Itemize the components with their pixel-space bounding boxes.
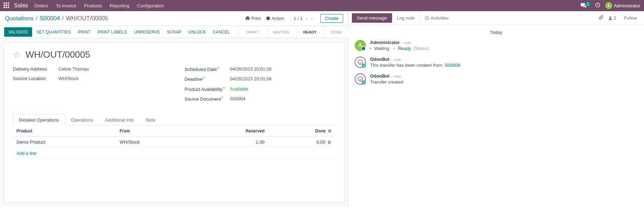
nav-to-invoice[interactable]: To Invoice — [56, 3, 77, 8]
message-count-badge: 1 — [586, 2, 591, 6]
tab-note[interactable]: Note — [140, 114, 161, 126]
msg-author[interactable]: Administrator — [370, 40, 400, 45]
table-row[interactable]: Demo Product WH/Stock 1.00 0.00🗑 — [13, 137, 335, 148]
source-location-label: Source Location — [13, 76, 58, 81]
delivery-address-label: Delivery Address — [13, 66, 58, 72]
print-labels-button[interactable]: PRINT LABELS — [94, 27, 130, 37]
chatter-panel: Send message Log note Activities 2 Follo… — [348, 11, 644, 206]
cell-reserved[interactable]: 1.00 — [194, 137, 268, 148]
cancel-button[interactable]: CANCEL — [209, 27, 233, 37]
avatar[interactable]: A — [355, 40, 366, 51]
nav-menu: Orders To Invoice Products Reporting Con… — [34, 3, 164, 8]
favorite-star-icon[interactable]: ☆ — [13, 50, 21, 60]
nav-products[interactable]: Products — [84, 3, 102, 8]
tab-detailed-operations[interactable]: Detailed Operations — [13, 114, 65, 126]
chatter-date-separator: Today — [355, 30, 638, 35]
validate-button[interactable]: VALIDATE — [4, 27, 32, 37]
attachment-icon[interactable] — [599, 15, 604, 21]
set-quantities-button[interactable]: SET QUANTITIES — [33, 27, 74, 37]
status-steps: DRAFT WAITING READY DONE — [238, 26, 348, 38]
help-icon[interactable]: ? — [217, 66, 219, 70]
breadcrumb-order[interactable]: S00004 — [39, 15, 60, 22]
msg-author[interactable]: OdooBot — [370, 73, 390, 79]
breadcrumb-current: WH/OUT/00005 — [66, 15, 108, 22]
activities-button[interactable]: Activities — [419, 13, 453, 23]
arrow-right-icon: → — [391, 46, 396, 51]
print-form-button[interactable]: PRINT — [74, 27, 94, 37]
cell-done[interactable]: 0.00🗑 — [268, 137, 335, 148]
form-sheet: ☆ WH/OUT/00005 Delivery Address Celine T… — [3, 42, 345, 203]
tracking-value: Waiting → Ready (Status) — [370, 46, 638, 51]
breadcrumb-quotations[interactable]: Quotations — [5, 15, 34, 22]
col-reserved[interactable]: Reserved — [194, 126, 268, 137]
step-done[interactable]: DONE — [323, 26, 348, 38]
tab-additional-info[interactable]: Additional Info — [99, 114, 140, 126]
user-menu[interactable]: A Administrator — [605, 2, 641, 9]
followers-button[interactable]: 2 — [608, 15, 616, 21]
pager-value[interactable]: 1 / 1 — [294, 16, 302, 21]
follow-button[interactable]: Follow — [620, 14, 641, 22]
step-ready[interactable]: READY — [296, 26, 323, 38]
cell-product[interactable]: Demo Product — [13, 137, 116, 148]
svg-point-3 — [358, 77, 363, 81]
msg-body: This transfer has been created from: S00… — [370, 63, 638, 68]
delete-row-icon[interactable]: 🗑 — [327, 140, 332, 145]
operations-table: Product From Reserved Done⚙ Demo Product… — [13, 126, 335, 159]
messages-icon[interactable]: 1 — [581, 3, 591, 8]
user-avatar: A — [605, 2, 612, 9]
unreserve-button[interactable]: UNRESERVE — [130, 27, 163, 37]
log-note-button[interactable]: Log note — [392, 13, 420, 23]
avatar[interactable]: ♥ — [355, 57, 366, 68]
user-name: Administrator — [614, 3, 641, 8]
deadline-value[interactable]: 04/26/2023 20:01:06 — [230, 76, 272, 82]
help-icon[interactable]: ? — [221, 96, 223, 100]
step-waiting[interactable]: WAITING — [265, 26, 296, 38]
help-icon[interactable]: ? — [203, 76, 204, 80]
source-doc-value[interactable]: S00004 — [230, 96, 246, 102]
step-draft[interactable]: DRAFT — [238, 26, 265, 38]
nav-configuration[interactable]: Configuration — [137, 3, 164, 8]
scrap-button[interactable]: SCRAP — [164, 27, 185, 37]
add-line-link[interactable]: Add a line — [16, 151, 37, 156]
status-bar: VALIDATE SET QUANTITIES PRINT PRINT LABE… — [0, 26, 348, 38]
pager-prev-icon[interactable]: ‹ — [306, 16, 308, 21]
help-icon[interactable]: ? — [223, 86, 225, 90]
pager-next-icon[interactable]: › — [311, 16, 313, 21]
breadcrumb: Quotations / S00004 / WH/OUT/00005 — [5, 15, 108, 22]
source-link[interactable]: S00004 — [444, 63, 460, 68]
create-button[interactable]: Create — [320, 14, 343, 23]
tab-operations[interactable]: Operations — [65, 114, 99, 126]
msg-author[interactable]: OdooBot — [370, 57, 390, 62]
chatter-topbar: Send message Log note Activities 2 Follo… — [348, 11, 644, 25]
column-settings-icon[interactable]: ⚙ — [328, 129, 332, 133]
nav-reporting[interactable]: Reporting — [110, 3, 129, 8]
delivery-address-value[interactable]: Celine Thomas — [58, 66, 89, 72]
action-button[interactable]: Action — [266, 16, 284, 21]
apps-icon[interactable] — [3, 2, 10, 9]
msg-time: - now — [391, 57, 401, 62]
col-product[interactable]: Product — [13, 126, 116, 137]
cell-from[interactable]: WH/Stock — [116, 137, 194, 148]
chatter-message: ♥ OdooBot - now This transfer has been c… — [355, 57, 638, 68]
print-button[interactable]: Print — [245, 16, 261, 21]
send-message-button[interactable]: Send message — [352, 13, 392, 23]
control-panel: Quotations / S00004 / WH/OUT/00005 Print… — [0, 11, 348, 26]
source-doc-label: Source Document? — [184, 96, 230, 102]
availability-label: Product Availability? — [184, 86, 230, 92]
app-brand[interactable]: Sales — [14, 2, 28, 9]
unlock-button[interactable]: UNLOCK — [185, 27, 209, 37]
deadline-label: Deadline? — [184, 76, 230, 82]
col-done[interactable]: Done⚙ — [268, 126, 335, 137]
page-title: WH/OUT/00005 — [26, 49, 90, 60]
avatar[interactable]: ♥ — [355, 73, 366, 85]
svg-point-2 — [358, 60, 363, 65]
clock-icon[interactable] — [595, 2, 600, 9]
scheduled-date-value[interactable]: 04/26/2023 20:01:06 — [230, 66, 272, 72]
table-row: Add a line — [13, 148, 335, 159]
col-from[interactable]: From — [116, 126, 194, 137]
msg-time: - now — [391, 74, 401, 78]
nav-orders[interactable]: Orders — [34, 3, 48, 8]
source-location-value[interactable]: WH/Stock — [58, 76, 79, 81]
msg-time: - now — [402, 41, 411, 45]
availability-value: Available — [230, 86, 248, 92]
